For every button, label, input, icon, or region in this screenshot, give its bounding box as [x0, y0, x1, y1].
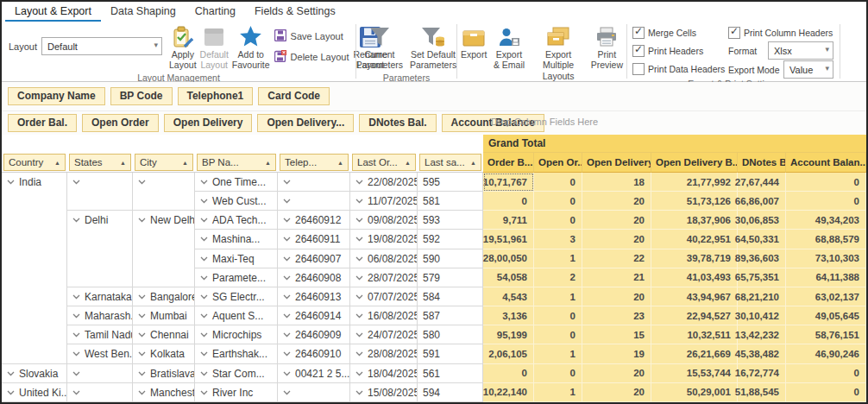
value-cell[interactable]: 41,03,493 [651, 268, 738, 287]
column-header[interactable]: DNotes B... [738, 153, 786, 173]
tree-cell[interactable]: Maharash... [67, 306, 133, 325]
chevron-down-icon[interactable] [283, 180, 291, 185]
value-cell[interactable]: 20 [582, 364, 651, 383]
value-cell[interactable]: 66,86,007 [738, 192, 786, 211]
chevron-down-icon[interactable] [283, 332, 291, 338]
value-cell[interactable]: 20 [582, 211, 651, 230]
value-cell[interactable]: 49,05,645 [786, 306, 866, 325]
chevron-down-icon[interactable] [138, 294, 146, 300]
checkbox-print-headers[interactable]: Print Headers [632, 43, 724, 58]
tree-cell[interactable]: SG Electr... [195, 287, 278, 306]
value-cell[interactable]: 2 [534, 268, 582, 287]
chevron-down-icon[interactable] [355, 351, 363, 357]
value-cell[interactable]: 45,38,482 [738, 344, 786, 363]
tree-cell[interactable] [133, 173, 195, 211]
delete-layout-button[interactable]: Delete Layout [274, 50, 349, 64]
row-field-chip[interactable]: Last Or...▲ [352, 154, 416, 171]
value-cell[interactable]: 51,88,545 [738, 383, 786, 402]
tree-cell[interactable]: 11/07/2025 [350, 192, 418, 211]
chevron-down-icon[interactable] [200, 390, 208, 395]
tree-cell[interactable]: Slovakia [2, 364, 67, 383]
apply-layout-button[interactable]: Apply Layout [167, 23, 198, 72]
chevron-down-icon[interactable] [72, 371, 80, 376]
value-cell[interactable]: 4,543 [483, 287, 534, 306]
value-cell[interactable]: 30,06,853 [738, 211, 786, 230]
tree-cell[interactable]: 590 [418, 249, 483, 268]
value-cell[interactable]: 63,02,137 [786, 287, 866, 306]
tree-cell[interactable] [67, 173, 133, 211]
chevron-down-icon[interactable] [72, 390, 80, 395]
tree-cell[interactable]: 15/08/2025 [350, 383, 418, 402]
tree-cell[interactable]: 16/08/2025 [350, 306, 418, 325]
tree-cell[interactable]: 593 [418, 211, 483, 230]
row-field-chip[interactable]: States▲ [69, 154, 131, 171]
tree-cell[interactable]: Web Cust... [195, 192, 278, 211]
tree-cell[interactable]: 26460907 [278, 249, 350, 268]
value-cell[interactable]: 2,06,105 [483, 344, 534, 363]
chevron-down-icon[interactable] [355, 371, 363, 376]
current-parameters-button[interactable]: Current Parameters [355, 23, 405, 72]
chevron-down-icon[interactable] [72, 351, 80, 357]
tree-cell[interactable] [67, 364, 133, 383]
chevron-down-icon[interactable] [138, 180, 146, 185]
value-cell[interactable]: 0 [483, 364, 534, 383]
tree-cell[interactable]: One Time... [195, 173, 278, 192]
tree-cell[interactable]: 594 [418, 383, 483, 402]
value-cell[interactable]: 54,058 [483, 268, 534, 287]
value-cell[interactable]: 0 [534, 192, 582, 211]
tree-cell[interactable] [67, 383, 133, 402]
tree-cell[interactable]: 580 [418, 325, 483, 344]
value-cell[interactable]: 15,53,744 [651, 364, 738, 383]
value-cell[interactable]: 28,00,050 [483, 249, 534, 268]
value-cell[interactable]: 43,94,967 [651, 287, 738, 306]
tree-cell[interactable]: 00421 2 5... [278, 364, 350, 383]
data-field-chip-dnotes-bal[interactable]: DNotes Bal. [359, 114, 436, 132]
chevron-down-icon[interactable] [283, 313, 291, 319]
chevron-down-icon[interactable] [283, 218, 291, 223]
tree-cell[interactable]: Tamil Nadu [67, 325, 133, 344]
tree-cell[interactable]: West Ben... [67, 344, 133, 363]
value-cell[interactable]: 21 [582, 268, 651, 287]
tab-charting[interactable]: Charting [186, 2, 245, 22]
value-cell[interactable]: 0 [786, 192, 866, 211]
tree-cell[interactable]: 19/08/2025 [350, 230, 418, 249]
chevron-down-icon[interactable] [7, 390, 15, 395]
tab-layout-export[interactable]: Layout & Export [5, 2, 101, 22]
tree-cell[interactable]: 26460913 [278, 287, 350, 306]
value-cell[interactable]: 50,29,001 [651, 383, 738, 402]
value-cell[interactable]: 16,72,774 [738, 364, 786, 383]
tree-cell[interactable]: Kolkata [133, 344, 195, 363]
value-cell[interactable]: 0 [534, 325, 582, 344]
tree-cell[interactable]: 26460908 [278, 268, 350, 287]
value-cell[interactable]: 26,21,669 [651, 344, 738, 363]
value-cell[interactable]: 0 [534, 364, 582, 383]
layout-combo[interactable]: Default ▾ [41, 37, 162, 55]
chevron-down-icon[interactable] [355, 294, 363, 300]
tree-cell[interactable]: Karnataka [67, 287, 133, 306]
chevron-down-icon[interactable] [355, 275, 363, 281]
tree-cell[interactable]: Bratislava [133, 364, 195, 383]
tree-cell[interactable]: New Delhi [133, 211, 195, 287]
value-cell[interactable]: 64,50,331 [738, 230, 786, 249]
chevron-down-icon[interactable] [200, 351, 208, 357]
tree-cell[interactable]: 592 [418, 230, 483, 249]
chevron-down-icon[interactable] [138, 390, 146, 395]
filter-field-chip-telephone1[interactable]: Telephone1 [178, 87, 254, 105]
value-cell[interactable]: 58,76,151 [786, 325, 866, 344]
chevron-down-icon[interactable] [7, 371, 15, 376]
chevron-down-icon[interactable] [283, 371, 291, 376]
chevron-down-icon[interactable] [200, 237, 208, 242]
value-cell[interactable]: 89,36,603 [738, 249, 786, 268]
value-cell[interactable]: 20 [582, 192, 651, 211]
chevron-down-icon[interactable] [283, 275, 291, 281]
value-cell[interactable]: 0 [786, 173, 866, 192]
filter-field-chip-company-name[interactable]: Company Name [8, 87, 105, 105]
value-cell[interactable]: 68,88,579 [786, 230, 866, 249]
tree-cell[interactable]: 18/04/2025 [350, 364, 418, 383]
export-button[interactable]: Export [459, 23, 488, 60]
chevron-down-icon[interactable] [200, 256, 208, 262]
value-cell[interactable]: 20 [582, 230, 651, 249]
tree-cell[interactable]: 584 [418, 287, 483, 306]
chevron-down-icon[interactable] [200, 294, 208, 300]
tree-cell[interactable]: India [2, 173, 67, 364]
